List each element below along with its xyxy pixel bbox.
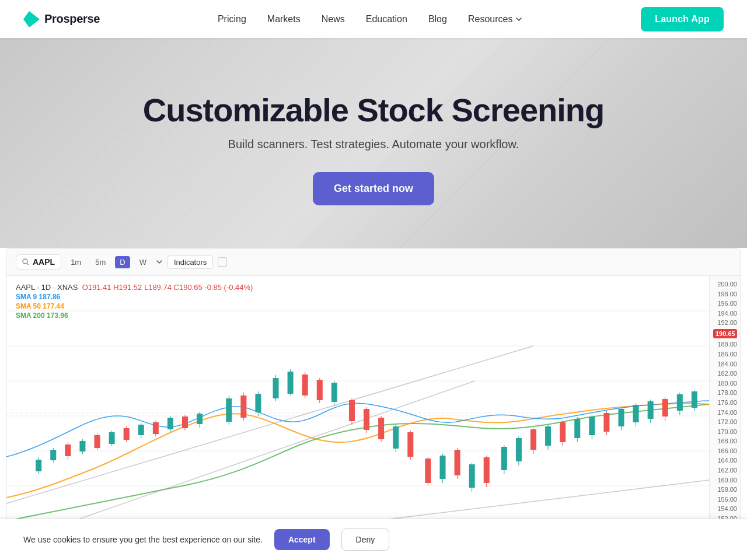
get-started-button[interactable]: Get started now (313, 172, 434, 205)
svg-rect-49 (302, 374, 308, 396)
hero-subtitle: Build scanners. Test strategies. Automat… (228, 138, 519, 151)
hero-title: Customizable Stock Screening (143, 92, 604, 128)
price-188: 188.00 (713, 341, 737, 348)
cookie-banner: We use cookies to ensure you get the bes… (0, 519, 747, 560)
sma200-info: SMA 200 173.96 (16, 312, 253, 320)
price-192: 192.00 (713, 319, 737, 326)
timeframe-D[interactable]: D (115, 256, 130, 268)
nav-item-pricing[interactable]: Pricing (218, 14, 246, 24)
svg-rect-93 (633, 405, 639, 422)
nav-item-resources[interactable]: Resources (468, 14, 523, 24)
svg-rect-19 (65, 444, 71, 456)
svg-rect-23 (95, 435, 100, 448)
chevron-down-icon-timeframe (156, 258, 163, 265)
svg-rect-101 (692, 391, 697, 408)
cookie-accept-button[interactable]: Accept (274, 529, 330, 550)
price-axis: 200.00 198.00 196.00 194.00 192.00 190.6… (709, 276, 741, 556)
price-164: 164.00 (713, 457, 737, 464)
sma50-info: SMA 50 177.44 (16, 302, 253, 310)
navbar: Prosperse Pricing Markets News Education… (0, 0, 747, 38)
price-194: 194.00 (713, 310, 737, 317)
price-154: 154.00 (713, 505, 737, 512)
timeframe-5m[interactable]: 5m (90, 256, 110, 268)
svg-rect-87 (589, 416, 595, 435)
price-current: 190.65 (713, 329, 737, 338)
price-198: 198.00 (713, 290, 737, 298)
nav-item-news[interactable]: News (322, 14, 345, 24)
logo-text: Prosperse (44, 12, 100, 26)
price-156: 156.00 (713, 496, 737, 503)
price-182: 182.00 (713, 370, 737, 377)
chevron-down-icon (515, 15, 523, 23)
layout-toggle[interactable] (218, 257, 227, 267)
logo-link[interactable]: Prosperse (23, 11, 100, 27)
svg-rect-45 (273, 378, 279, 398)
svg-point-1 (23, 259, 27, 264)
svg-rect-85 (574, 419, 580, 438)
svg-rect-35 (182, 416, 188, 428)
svg-rect-71 (469, 464, 475, 488)
chart-canvas: AAPL · 1D · XNAS O191.41 H191.52 L189.74… (6, 276, 709, 556)
price-160: 160.00 (713, 477, 737, 484)
svg-line-2 (27, 264, 29, 265)
svg-rect-37 (197, 414, 203, 424)
logo-icon (23, 11, 40, 27)
price-170: 170.00 (713, 428, 737, 435)
svg-rect-95 (648, 401, 654, 419)
svg-rect-41 (240, 396, 246, 418)
cookie-deny-button[interactable]: Deny (341, 528, 390, 551)
chart-body: AAPL · 1D · XNAS O191.41 H191.52 L189.74… (6, 276, 741, 556)
svg-rect-97 (662, 399, 668, 416)
svg-rect-33 (167, 418, 173, 429)
sma9-info: SMA 9 187.86 (16, 293, 253, 301)
svg-rect-29 (138, 425, 144, 435)
svg-rect-89 (603, 413, 609, 432)
timeframe-W[interactable]: W (135, 256, 151, 268)
svg-rect-73 (484, 457, 490, 483)
nav-item-markets[interactable]: Markets (267, 14, 301, 24)
svg-rect-47 (288, 372, 294, 394)
symbol-search[interactable]: AAPL (16, 254, 61, 270)
chart-ticker-info: AAPL · 1D · XNAS O191.41 H191.52 L189.74… (16, 283, 253, 292)
cookie-text: We use cookies to ensure you get the bes… (23, 535, 263, 544)
price-176: 176.00 (713, 399, 737, 406)
svg-rect-59 (378, 418, 384, 439)
chart-symbol: AAPL (33, 257, 55, 267)
svg-rect-75 (501, 447, 507, 470)
price-172: 172.00 (713, 418, 737, 425)
svg-line-12 (6, 346, 533, 503)
svg-rect-57 (364, 409, 369, 430)
svg-rect-65 (425, 459, 431, 483)
nav-menu: Pricing Markets News Education Blog Reso… (218, 14, 523, 24)
svg-rect-43 (255, 394, 261, 412)
svg-rect-51 (317, 380, 323, 400)
price-168: 168.00 (713, 438, 737, 444)
price-158: 158.00 (713, 486, 737, 493)
hero-section: Customizable Stock Screening Build scann… (0, 38, 747, 248)
indicators-button[interactable]: Indicators (167, 256, 213, 269)
price-186: 186.00 (713, 351, 737, 358)
price-178: 178.00 (713, 389, 737, 396)
search-icon (22, 258, 29, 265)
svg-rect-99 (677, 394, 683, 411)
price-200: 200.00 (713, 281, 737, 288)
svg-rect-69 (455, 450, 460, 475)
svg-rect-27 (124, 428, 130, 440)
price-166: 166.00 (713, 447, 737, 454)
price-174: 174.00 (713, 409, 737, 416)
svg-rect-55 (349, 400, 355, 421)
svg-rect-83 (560, 422, 566, 442)
svg-rect-81 (545, 426, 551, 446)
svg-rect-61 (393, 426, 399, 449)
svg-rect-17 (50, 450, 56, 460)
svg-rect-79 (530, 429, 536, 450)
svg-rect-31 (153, 422, 159, 434)
timeframe-1m[interactable]: 1m (66, 256, 86, 268)
chart-overlay-info: AAPL · 1D · XNAS O191.41 H191.52 L189.74… (16, 283, 253, 320)
svg-rect-77 (516, 438, 522, 461)
nav-item-education[interactable]: Education (366, 14, 407, 24)
launch-app-button[interactable]: Launch App (641, 7, 724, 32)
svg-rect-63 (407, 432, 413, 457)
nav-item-blog[interactable]: Blog (428, 14, 447, 24)
price-184: 184.00 (713, 360, 737, 368)
